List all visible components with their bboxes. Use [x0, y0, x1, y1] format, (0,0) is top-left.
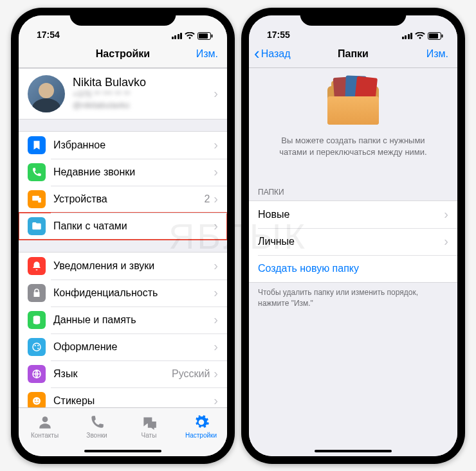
tab-label: Контакты — [31, 432, 59, 439]
profile-username: @nikitabulavko — [73, 100, 214, 111]
row-label: Устройства — [53, 193, 204, 205]
back-label: Назад — [261, 48, 291, 60]
row-appearance[interactable]: Оформление › — [19, 333, 227, 360]
chevron-right-icon: › — [214, 164, 218, 179]
folder-row-personal[interactable]: Личные › — [249, 228, 457, 255]
edit-button[interactable]: Изм. — [196, 48, 218, 60]
notch — [70, 8, 176, 26]
notch — [300, 8, 407, 26]
folders-content[interactable]: Вы можете создать папки с нужными чатами… — [249, 68, 457, 456]
chevron-right-icon: › — [214, 285, 218, 300]
chevron-right-icon: › — [444, 207, 448, 222]
status-time: 17:54 — [37, 30, 60, 40]
hero-text: Вы можете создать папки с нужными чатами… — [268, 135, 438, 158]
folder-row-new[interactable]: Новые › — [249, 201, 457, 228]
svg-point-13 — [37, 399, 39, 400]
settings-list[interactable]: Nikita Bulavko +375 ** *** ** ** @nikita… — [19, 68, 227, 407]
wifi-icon — [185, 32, 195, 40]
row-label: Создать новую папку — [258, 263, 448, 274]
chevron-right-icon: › — [214, 138, 218, 152]
row-label: Недавние звонки — [53, 166, 214, 178]
nav-bar: ‹ Назад Папки Изм. — [249, 41, 457, 68]
profile-row[interactable]: Nikita Bulavko +375 ** *** ** ** @nikita… — [19, 69, 227, 119]
profile-name: Nikita Bulavko — [73, 76, 214, 89]
cellular-icon — [402, 33, 413, 39]
tab-calls[interactable]: Звонки — [71, 408, 123, 445]
footer-text: Чтобы удалить папку или изменить порядок… — [249, 283, 457, 314]
edit-button[interactable]: Изм. — [426, 48, 448, 60]
row-recent-calls[interactable]: Недавние звонки › — [19, 159, 227, 186]
wifi-icon — [415, 32, 425, 40]
row-devices[interactable]: Устройства 2 › — [19, 186, 227, 213]
folder-icon — [28, 217, 46, 235]
create-folder-button[interactable]: Создать новую папку — [249, 255, 457, 282]
row-value: Русский — [172, 368, 210, 380]
bookmark-icon — [28, 136, 46, 154]
chevron-right-icon: › — [214, 191, 218, 206]
chevron-right-icon: › — [214, 339, 218, 354]
phone-left: 17:54 Настройки Изм. Nikita Bulavko +375… — [11, 8, 235, 464]
settings-group-2: Уведомления и звуки › Конфиденциальность… — [19, 252, 227, 407]
svg-rect-2 — [212, 34, 213, 37]
chevron-right-icon: › — [444, 234, 448, 249]
row-label: Оформление — [53, 341, 214, 353]
row-label: Стикеры — [53, 395, 214, 407]
row-label: Избранное — [53, 139, 214, 151]
tab-label: Звонки — [86, 432, 107, 439]
svg-rect-1 — [199, 33, 208, 39]
row-label: Новые — [258, 209, 444, 220]
row-notifications[interactable]: Уведомления и звуки › — [19, 253, 227, 280]
row-label: Данные и память — [53, 314, 214, 326]
back-button[interactable]: ‹ Назад — [254, 47, 291, 62]
row-saved[interactable]: Избранное › — [19, 132, 227, 159]
nav-bar: Настройки Изм. — [19, 41, 227, 68]
chevron-right-icon: › — [214, 86, 218, 101]
profile-phone: +375 ** *** ** ** — [73, 89, 214, 100]
tab-chats[interactable]: Чаты — [123, 408, 175, 445]
page-title: Настройки — [96, 48, 150, 60]
battery-icon — [197, 32, 213, 40]
svg-point-7 — [35, 344, 36, 346]
row-data[interactable]: Данные и память › — [19, 307, 227, 333]
row-label: Уведомления и звуки — [53, 260, 214, 272]
battery-icon — [428, 32, 443, 40]
devices-icon — [28, 190, 46, 208]
row-stickers[interactable]: Стикеры › — [19, 387, 227, 407]
section-header: ПАПКИ — [249, 184, 457, 200]
appearance-icon — [28, 338, 46, 356]
data-icon — [28, 311, 46, 329]
svg-point-11 — [33, 397, 41, 405]
row-label: Язык — [53, 368, 172, 380]
bell-icon — [28, 257, 46, 275]
row-value: 2 — [204, 193, 210, 205]
row-label: Конфиденциальность — [53, 287, 214, 299]
settings-group-1: Избранное › Недавние звонки › Устройства… — [19, 131, 227, 240]
cellular-icon — [172, 33, 183, 39]
row-language[interactable]: Язык Русский › — [19, 360, 227, 387]
tab-bar: Контакты Звонки Чаты Настройки — [19, 407, 227, 456]
svg-point-16 — [42, 416, 48, 422]
globe-icon — [28, 365, 46, 383]
row-chat-folders[interactable]: Папки с чатами › — [19, 213, 227, 240]
tab-contacts[interactable]: Контакты — [19, 408, 71, 445]
tab-label: Настройки — [185, 432, 217, 439]
chevron-right-icon: › — [214, 218, 218, 233]
home-indicator[interactable] — [84, 450, 161, 452]
page-title: Папки — [338, 48, 369, 60]
status-time: 17:55 — [267, 30, 290, 40]
home-indicator[interactable] — [315, 450, 392, 452]
svg-rect-18 — [429, 33, 438, 39]
avatar — [28, 75, 65, 112]
row-label: Личные — [258, 236, 444, 247]
svg-point-12 — [35, 399, 36, 400]
svg-rect-19 — [442, 34, 443, 37]
svg-point-9 — [37, 348, 39, 349]
tab-settings[interactable]: Настройки — [175, 408, 227, 445]
svg-point-8 — [37, 344, 39, 346]
chevron-right-icon: › — [214, 312, 218, 327]
phone-icon — [28, 163, 46, 181]
tab-label: Чаты — [142, 432, 157, 439]
chevron-left-icon: ‹ — [254, 45, 260, 62]
row-privacy[interactable]: Конфиденциальность › — [19, 280, 227, 307]
chevron-right-icon: › — [214, 393, 218, 407]
